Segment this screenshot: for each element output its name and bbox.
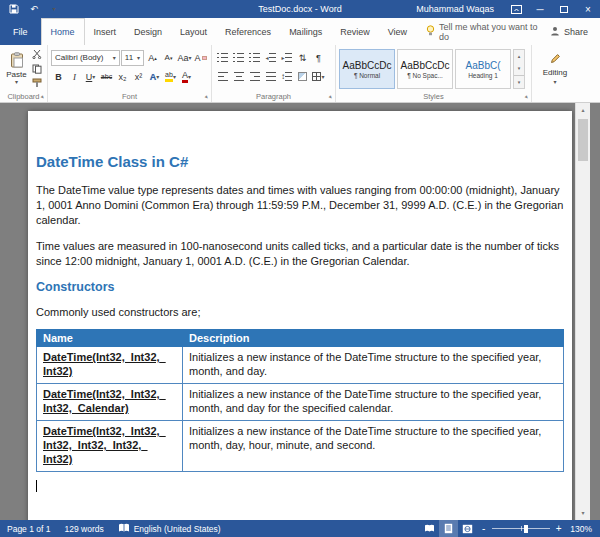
document-subheading[interactable]: Constructors xyxy=(36,280,564,294)
clear-formatting-button[interactable]: A xyxy=(193,49,208,66)
zoom-in-button[interactable]: + xyxy=(552,523,565,534)
font-size-value: 11 xyxy=(125,53,133,62)
undo-icon[interactable]: ↶ xyxy=(28,3,40,15)
tab-file[interactable]: File xyxy=(0,18,41,45)
copy-icon[interactable] xyxy=(30,63,44,75)
borders-icon[interactable]: ▾ xyxy=(311,68,326,85)
style-heading-1[interactable]: AaBbC( Heading 1 xyxy=(455,49,511,89)
scroll-down-icon[interactable]: ▾ xyxy=(576,506,590,520)
underline-button[interactable]: U▾ xyxy=(83,68,98,85)
scroll-up-icon[interactable]: ▴ xyxy=(576,103,590,117)
style-preview: AaBbCcDc xyxy=(343,60,392,71)
increase-indent-icon[interactable]: ▸ xyxy=(279,49,294,66)
constructor-description-cell[interactable]: Initializes a new instance of the DateTi… xyxy=(183,347,564,384)
word-count-indicator[interactable]: 129 words xyxy=(57,520,110,537)
style-name: Heading 1 xyxy=(468,72,498,79)
italic-button[interactable]: I xyxy=(67,68,82,85)
tab-home[interactable]: Home xyxy=(41,18,85,45)
font-size-caret-icon: ▾ xyxy=(137,55,140,61)
share-label: Share xyxy=(564,27,588,37)
line-spacing-icon[interactable]: ↕ xyxy=(279,68,294,85)
align-left-icon[interactable] xyxy=(215,68,230,85)
paste-label: Paste xyxy=(6,70,26,79)
shrink-font-button[interactable]: A▾ xyxy=(161,49,176,66)
maximize-button[interactable] xyxy=(552,0,576,18)
numbering-icon[interactable] xyxy=(231,49,246,66)
align-center-icon[interactable] xyxy=(231,68,246,85)
align-right-icon[interactable] xyxy=(247,68,262,85)
cut-icon[interactable] xyxy=(30,48,44,60)
minimize-button[interactable]: ─ xyxy=(528,0,552,18)
constructor-description-cell[interactable]: Initializes a new instance of the DateTi… xyxy=(183,421,564,472)
justify-icon[interactable] xyxy=(263,68,278,85)
text-effects-button[interactable]: A▾ xyxy=(147,68,162,85)
shading-icon[interactable] xyxy=(295,68,310,85)
constructor-name-cell[interactable]: DateTime(Int32, Int32, Int32) xyxy=(37,347,183,384)
tab-layout[interactable]: Layout xyxy=(171,18,216,45)
superscript-button[interactable]: x² xyxy=(131,68,146,85)
editing-label: Editing xyxy=(543,68,567,77)
font-name-combo[interactable]: Calibri (Body) ▾ xyxy=(51,50,120,66)
paste-clipboard-icon xyxy=(10,52,24,70)
tab-design[interactable]: Design xyxy=(125,18,171,45)
tab-review[interactable]: Review xyxy=(331,18,379,45)
print-layout-icon[interactable] xyxy=(439,520,458,537)
tab-references[interactable]: References xyxy=(216,18,280,45)
bullets-icon[interactable] xyxy=(215,49,230,66)
bold-button[interactable]: B xyxy=(51,68,66,85)
constructor-description-cell[interactable]: Initializes a new instance of the DateTi… xyxy=(183,384,564,421)
constructors-table[interactable]: Name Description DateTime(Int32, Int32, … xyxy=(36,329,564,472)
font-size-combo[interactable]: 11 ▾ xyxy=(121,50,144,66)
read-mode-icon[interactable] xyxy=(420,520,439,537)
paragraph[interactable]: Commonly used constructors are; xyxy=(36,305,564,320)
table-header-description[interactable]: Description xyxy=(183,330,564,347)
font-color-button[interactable]: A▾ xyxy=(179,68,194,85)
styles-group-label: Styles xyxy=(336,92,531,101)
text-highlight-button[interactable]: ab▾ xyxy=(163,68,178,85)
paste-button[interactable]: Paste ▾ xyxy=(3,48,30,89)
format-painter-icon[interactable] xyxy=(30,77,44,89)
style-preview: AaBbC( xyxy=(465,60,500,71)
multilevel-list-icon[interactable] xyxy=(247,49,262,66)
zoom-slider[interactable] xyxy=(492,520,550,537)
zoom-slider-thumb[interactable] xyxy=(524,525,528,533)
styles-scroll-up-icon[interactable]: ▴ xyxy=(514,50,524,62)
language-indicator[interactable]: English (United States) xyxy=(111,520,228,537)
close-button[interactable]: × xyxy=(576,0,600,18)
subscript-button[interactable]: x₂ xyxy=(115,68,130,85)
sort-icon[interactable]: ⇅ xyxy=(295,49,310,66)
change-case-button[interactable]: Aa▾ xyxy=(177,49,192,66)
constructor-name-cell[interactable]: DateTime(Int32, Int32, Int32, Calendar) xyxy=(37,384,183,421)
page-count-indicator[interactable]: Page 1 of 1 xyxy=(0,520,57,537)
paragraph[interactable]: Time values are measured in 100-nanoseco… xyxy=(36,239,564,269)
ribbon-display-options-icon[interactable] xyxy=(504,0,528,18)
tab-mailings[interactable]: Mailings xyxy=(280,18,331,45)
zoom-out-button[interactable]: - xyxy=(477,523,490,534)
grow-font-button[interactable]: A▴ xyxy=(145,49,160,66)
strikethrough-button[interactable]: abc xyxy=(99,68,114,85)
account-user-name[interactable]: Muhammad Waqas xyxy=(406,4,504,14)
editing-button[interactable]: Editing ▾ xyxy=(535,48,575,89)
document-page[interactable]: DateTime Class in C# The DateTime value … xyxy=(28,111,572,520)
table-header-name[interactable]: Name xyxy=(37,330,183,347)
tab-view[interactable]: View xyxy=(379,18,416,45)
table-row: DateTime(Int32, Int32, Int32, Calendar) … xyxy=(37,384,564,421)
decrease-indent-icon[interactable]: ◂ xyxy=(263,49,278,66)
paragraph[interactable]: The DateTime value type represents dates… xyxy=(36,183,564,228)
styles-scroll-down-icon[interactable]: ▾ xyxy=(514,62,524,74)
constructor-name-cell[interactable]: DateTime(Int32, Int32, Int32, Int32, Int… xyxy=(37,421,183,472)
save-icon[interactable] xyxy=(8,3,20,15)
document-heading[interactable]: DateTime Class in C# xyxy=(36,153,564,170)
style-no-spacing[interactable]: AaBbCcDc ¶ No Spac... xyxy=(397,49,453,89)
styles-more-icon[interactable]: ▾ xyxy=(514,75,524,88)
share-button[interactable]: Share xyxy=(550,18,600,45)
zoom-level-indicator[interactable]: 130% xyxy=(565,524,600,534)
vertical-scrollbar[interactable]: ▴ ▾ xyxy=(575,103,590,520)
customize-qat-caret-icon[interactable]: ▾ xyxy=(48,3,60,15)
show-paragraph-marks-icon[interactable]: ¶ xyxy=(311,49,326,66)
style-normal[interactable]: AaBbCcDc ¶ Normal xyxy=(339,49,395,89)
tell-me-box[interactable]: Tell me what you want to do xyxy=(416,18,550,45)
tab-insert[interactable]: Insert xyxy=(85,18,126,45)
scrollbar-thumb[interactable] xyxy=(578,119,588,161)
web-layout-icon[interactable] xyxy=(458,520,477,537)
